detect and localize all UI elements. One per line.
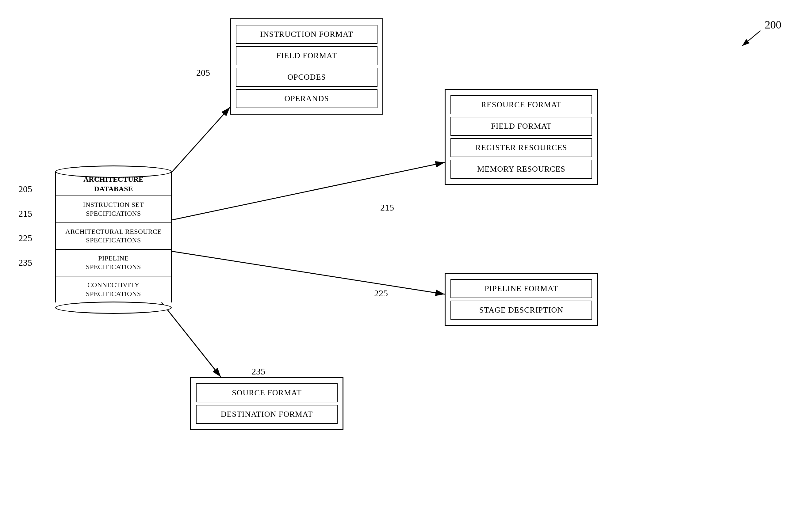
ref-200: 200 (765, 19, 781, 31)
svg-line-5 (742, 31, 760, 46)
side-label-235: 235 (19, 258, 32, 268)
box-215-item-1: RESOURCE FORMAT (451, 95, 592, 114)
side-label-225: 225 (19, 233, 32, 243)
label-ref-215: 215 (380, 202, 394, 213)
box-215-item-3: REGISTER RESOURCES (451, 138, 592, 157)
box-205-item-2: FIELD FORMAT (236, 46, 378, 65)
box-205: INSTRUCTION FORMAT FIELD FORMAT OPCODES … (230, 19, 383, 114)
cylinder-top (55, 166, 172, 178)
box-225: PIPELINE FORMAT STAGE DESCRIPTION (445, 273, 598, 326)
box-205-item-4: OPERANDS (236, 89, 378, 108)
svg-line-3 (172, 251, 445, 294)
cylinder-section-4: CONNECTIVITYSPECIFICATIONS (56, 276, 171, 302)
box-225-item-1: PIPELINE FORMAT (451, 279, 592, 298)
box-215: RESOURCE FORMAT FIELD FORMAT REGISTER RE… (445, 89, 598, 185)
cylinder-body: ARCHITECTURE DATABASE INSTRUCTION SETSPE… (55, 172, 172, 302)
box-235-item-1: SOURCE FORMAT (196, 383, 337, 402)
cylinder-shape: ARCHITECTURE DATABASE INSTRUCTION SETSPE… (55, 166, 172, 314)
label-ref-205: 205 (196, 67, 210, 78)
box-235: SOURCE FORMAT DESTINATION FORMAT (190, 377, 344, 430)
svg-line-2 (169, 162, 445, 220)
box-205-item-1: INSTRUCTION FORMAT (236, 25, 378, 44)
box-235-item-2: DESTINATION FORMAT (196, 405, 337, 424)
diagram: 200 INSTRUCTION FORMAT FIELD FORMAT OPCO… (0, 0, 812, 509)
box-215-item-2: FIELD FORMAT (451, 117, 592, 136)
label-ref-235: 235 (252, 366, 265, 377)
box-205-item-3: OPCODES (236, 68, 378, 87)
cylinder-section-1: INSTRUCTION SETSPECIFICATIONS (56, 196, 171, 222)
side-label-215: 215 (19, 208, 32, 219)
cylinder-bottom (55, 302, 172, 314)
label-ref-225: 225 (374, 288, 388, 299)
cylinder-section-2: ARCHITECTURAL RESOURCESPECIFICATIONS (56, 223, 171, 249)
box-215-item-4: MEMORY RESOURCES (451, 160, 592, 179)
cylinder-section-3: PIPELINESPECIFICATIONS (56, 249, 171, 276)
side-label-205: 205 (19, 184, 32, 194)
box-225-item-2: STAGE DESCRIPTION (451, 301, 592, 319)
architecture-database: 205 215 225 235 ARCHITECTURE DATABASE IN… (55, 166, 172, 314)
